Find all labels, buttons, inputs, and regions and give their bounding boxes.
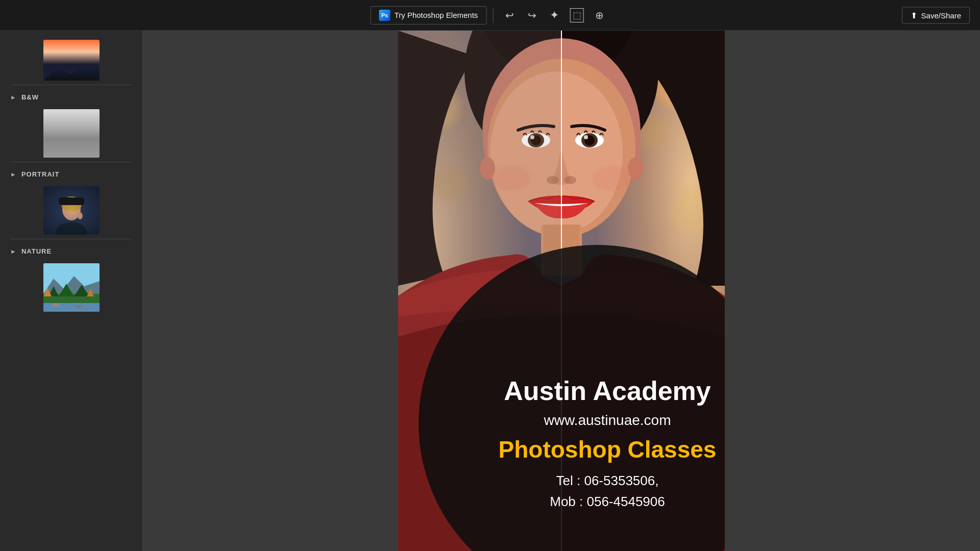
nature-svg — [43, 263, 100, 312]
sidebar-portrait-label: PORTRAIT — [21, 170, 59, 178]
thumbnail-mountain[interactable] — [43, 40, 100, 81]
main-content: ► B&W — [0, 31, 980, 551]
thumbnail-portrait[interactable] — [43, 186, 100, 235]
try-photoshop-button[interactable]: Ps Try Photoshop Elements — [371, 6, 487, 24]
magic-icon: ✦ — [550, 9, 559, 22]
svg-point-57 — [592, 166, 633, 191]
canvas-area: Austin Academy www.austinuae.com Photosh… — [143, 31, 980, 551]
sidebar-bw-label: B&W — [21, 93, 39, 101]
undo-button[interactable]: ↩ — [499, 5, 520, 26]
sidebar-item-bw[interactable]: ► B&W — [0, 89, 142, 105]
svg-rect-1 — [43, 140, 100, 158]
contact-line1: Tel : 06-5353506, — [556, 473, 659, 488]
divider — [493, 8, 493, 23]
top-bar-right-actions: ⬆ Save/Share — [902, 7, 970, 23]
photo-container: Austin Academy www.austinuae.com Photosh… — [398, 31, 725, 551]
sidebar-divider-bw — [10, 162, 132, 162]
svg-line-8 — [71, 120, 85, 137]
save-share-button[interactable]: ⬆ Save/Share — [902, 7, 970, 23]
svg-line-6 — [43, 120, 58, 140]
top-bar: Ps Try Photoshop Elements ↩ ↪ ✦ ⬚ ⊕ ⬆ Sa… — [0, 0, 980, 31]
compare-icon: ⬚ — [570, 8, 584, 22]
sidebar-divider-top — [10, 85, 132, 85]
svg-rect-26 — [43, 303, 100, 312]
bridge-svg — [43, 109, 100, 158]
website-url: www.austinuae.com — [544, 412, 671, 429]
svg-line-7 — [58, 120, 71, 137]
chevron-nature-icon: ► — [10, 248, 16, 255]
redo-icon: ↪ — [528, 9, 536, 21]
contact-line2: Mob : 056-4545906 — [550, 494, 665, 509]
svg-line-9 — [85, 120, 100, 140]
sidebar-item-nature[interactable]: ► NATURE — [0, 243, 142, 259]
compare-button[interactable]: ⬚ — [567, 5, 587, 26]
zoom-button[interactable]: ⊕ — [589, 5, 609, 26]
zoom-icon: ⊕ — [595, 9, 604, 21]
brand-name: Austin Academy — [504, 375, 711, 407]
save-share-label: Save/Share — [921, 11, 961, 19]
ps-icon: Ps — [379, 10, 390, 21]
chevron-bw-icon: ► — [10, 94, 16, 101]
svg-rect-10 — [43, 139, 100, 141]
svg-point-27 — [52, 303, 60, 307]
svg-rect-19 — [43, 186, 100, 235]
try-photoshop-label: Try Photoshop Elements — [395, 11, 478, 19]
portrait-svg — [43, 186, 100, 235]
svg-rect-11 — [43, 109, 100, 158]
sidebar: ► B&W — [0, 31, 143, 551]
chevron-portrait-icon: ► — [10, 171, 16, 178]
svg-rect-3 — [43, 109, 100, 137]
svg-rect-5 — [83, 119, 86, 145]
magic-button[interactable]: ✦ — [544, 5, 565, 26]
redo-button[interactable]: ↪ — [522, 5, 542, 26]
contact-info: Tel : 06-5353506, Mob : 056-4545906 — [550, 470, 665, 513]
sidebar-item-portrait[interactable]: ► PORTRAIT — [0, 166, 142, 182]
sidebar-nature-label: NATURE — [21, 247, 52, 255]
svg-point-28 — [76, 305, 82, 308]
thumbnail-bridge[interactable] — [43, 109, 100, 158]
classes-label: Photoshop Classes — [499, 436, 717, 463]
svg-rect-4 — [56, 119, 59, 145]
share-icon: ⬆ — [911, 10, 917, 20]
undo-icon: ↩ — [505, 9, 514, 21]
thumbnail-nature[interactable] — [43, 263, 100, 312]
svg-rect-0 — [43, 109, 100, 158]
sidebar-divider-portrait — [10, 239, 132, 239]
svg-point-55 — [564, 176, 576, 184]
svg-rect-2 — [43, 146, 100, 158]
svg-point-53 — [584, 135, 588, 139]
